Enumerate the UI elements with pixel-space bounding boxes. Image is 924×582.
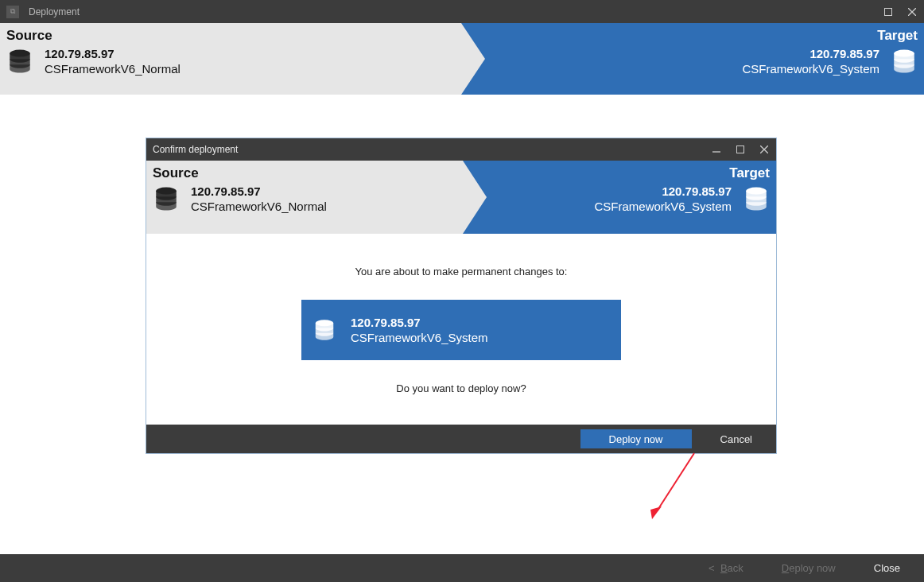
database-icon [313,318,336,342]
confirm-db: CSFrameworkV6_System [351,331,488,344]
dialog-close-button[interactable] [752,138,776,161]
dialog-source-ip: 120.79.85.97 [191,184,327,198]
close-button[interactable]: Close [874,562,900,574]
app-icon: ⧉ [6,6,19,18]
dialog-maximize-button[interactable] [728,138,752,161]
cancel-button[interactable]: Cancel [720,429,752,448]
svg-line-8 [657,453,694,511]
main-close-button[interactable] [900,0,924,23]
database-icon [153,185,180,212]
source-ip: 120.79.85.97 [45,47,181,60]
dialog-titlebar: Confirm deployment [146,138,776,161]
maximize-icon [884,8,892,16]
main-content-area: Confirm deployment Source 120.79.85.97 C… [0,95,924,554]
main-target-panel: Target 120.79.85.97 CSFrameworkV6_System [461,23,924,95]
minimize-icon [712,146,720,153]
close-icon [908,8,916,16]
about-to-change-text: You are about to make permanent changes … [146,266,776,277]
dialog-source-panel: Source 120.79.85.97 CSFrameworkV6_Normal [146,161,463,234]
dialog-body: You are about to make permanent changes … [146,234,776,425]
dialog-title: Confirm deployment [153,144,238,155]
source-label: Source [153,165,456,181]
dialog-footer: Deploy now Cancel [146,425,776,453]
database-icon [6,48,33,75]
dialog-minimize-button[interactable] [705,138,728,161]
deploy-question-text: Do you want to deploy now? [146,382,776,394]
confirm-deployment-dialog: Confirm deployment Source 120.79.85.97 C… [146,138,777,454]
window-title: Deployment [29,6,80,17]
main-maximize-button[interactable] [876,0,900,23]
back-button: < Back [709,562,743,574]
deploy-now-button[interactable]: Deploy now [580,429,692,448]
svg-rect-1 [885,8,892,15]
annotation-arrow [650,449,698,521]
dialog-source-target-banner: Source 120.79.85.97 CSFrameworkV6_Normal… [146,161,776,234]
target-ip: 120.79.85.97 [742,47,879,60]
target-db: CSFrameworkV6_System [742,62,879,76]
close-icon [760,146,768,153]
source-db: CSFrameworkV6_Normal [45,62,181,76]
footer-deploy-now-button: Deploy now [782,562,836,574]
target-label: Target [877,28,918,44]
confirm-ip: 120.79.85.97 [351,316,488,329]
dialog-target-ip: 120.79.85.97 [594,184,732,198]
confirm-target-card: 120.79.85.97 CSFrameworkV6_System [301,300,621,360]
svg-marker-9 [650,506,662,519]
database-icon [743,185,770,212]
main-source-target-banner: Source 120.79.85.97 CSFrameworkV6_Normal… [0,23,924,95]
maximize-icon [736,146,744,153]
dialog-target-panel: Target 120.79.85.97 CSFrameworkV6_System [463,161,776,234]
main-footer: < Back Deploy now Close [0,554,924,582]
main-source-panel: Source 120.79.85.97 CSFrameworkV6_Normal [0,23,461,95]
main-titlebar: ⧉ Deployment [0,0,924,23]
dialog-source-db: CSFrameworkV6_Normal [191,200,327,213]
source-label: Source [6,28,455,44]
svg-rect-5 [737,146,744,153]
target-label: Target [729,165,770,181]
dialog-target-db: CSFrameworkV6_System [594,200,732,213]
database-icon [891,48,918,75]
